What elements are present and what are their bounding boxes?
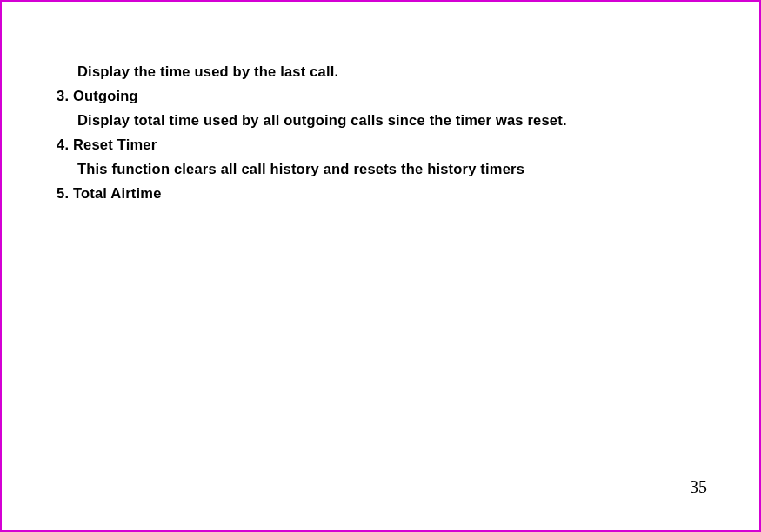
description-text: This function clears all call history an… bbox=[77, 156, 759, 181]
page-number: 35 bbox=[690, 477, 707, 497]
list-item-3: 3. Outgoing bbox=[57, 83, 759, 108]
list-item-4: 4. Reset Timer bbox=[57, 132, 759, 156]
description-text: Display the time used by the last call. bbox=[77, 59, 759, 83]
document-content: Display the time used by the last call. … bbox=[2, 2, 759, 205]
list-item-5: 5. Total Airtime bbox=[57, 181, 759, 205]
description-text: Display total time used by all outgoing … bbox=[77, 108, 759, 132]
